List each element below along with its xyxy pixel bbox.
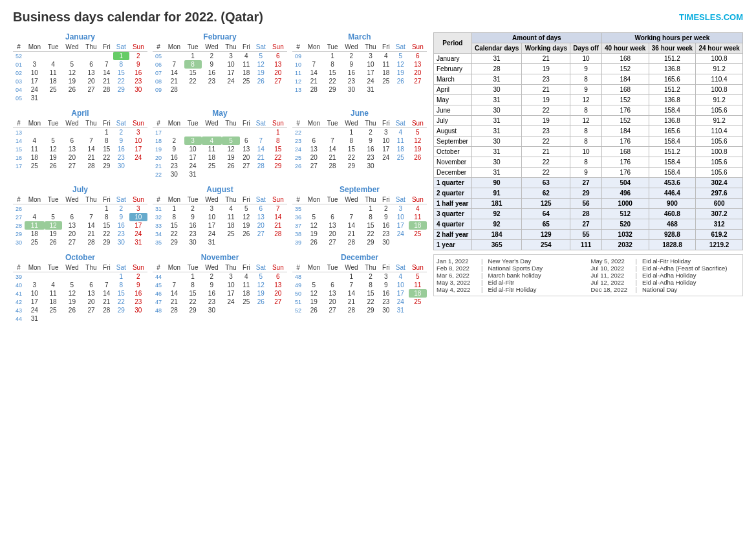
cal-day: 28 [269,230,287,238]
week-number: 52 [13,52,25,61]
stats-period-header: Period [434,33,472,54]
stats-24h: 24 hour week [696,43,743,54]
cal-day [222,306,240,314]
cal-day: 2 [202,272,222,281]
cal-day: 13 [324,289,341,298]
cal-day: 11 [222,213,240,221]
cal-header-tue: Tue [45,195,62,204]
month-table: #MonTueWedThuFriSatSun091234561078910111… [292,43,427,94]
cal-day [25,52,44,61]
cal-day: 20 [324,298,341,306]
cal-day: 4 [222,204,240,213]
stats-period-cell: December [434,168,472,178]
cal-day: 6 [324,213,341,221]
cal-header-wed: Wed [202,119,222,128]
cal-day: 23 [129,298,147,306]
cal-day: 17 [380,145,393,153]
stats-value-cell: 312 [696,219,743,230]
cal-day: 17 [129,221,147,230]
cal-day: 6 [62,213,83,221]
month-table: #MonTueWedThuFriSatSun441234564578910111… [153,263,287,314]
cal-day: 11 [202,145,222,153]
cal-day: 26 [222,162,240,170]
week-number: 38 [292,230,304,238]
cal-day [82,94,100,102]
cal-day: 3 [25,281,44,289]
cal-day: 20 [62,230,83,238]
cal-day: 9 [380,281,393,289]
cal-day: 29 [113,306,129,314]
cal-day: 3 [222,272,240,281]
cal-day [184,85,202,94]
stats-value-cell: 27 [570,219,602,230]
site-link[interactable]: TIMESLES.COM [679,12,743,22]
stats-value-cell: 496 [601,188,649,199]
cal-day [100,94,113,102]
week-number: 22 [292,128,304,137]
stats-value-cell: 152 [601,95,649,105]
stats-value-cell: 65 [522,219,570,230]
week-number: 07 [153,69,164,77]
cal-day: 5 [253,272,269,281]
cal-day: 4 [45,281,62,289]
stats-value-cell: 129 [522,230,570,240]
month-block-september: September#MonTueWedThuFriSatSun351234365… [292,185,427,246]
cal-day: 31 [362,85,380,94]
cal-day [113,94,129,102]
cal-day: 1 [269,128,287,137]
cal-day: 3 [184,136,202,145]
stats-value-cell: 165.6 [649,126,696,136]
cal-day: 2 [113,204,129,213]
cal-day: 29 [100,238,113,246]
cal-day [62,94,83,102]
holiday-date: May 3, 2022 [437,279,479,286]
cal-day: 13 [269,281,287,289]
stats-row: 3 quarter926428512460.8307.2 [434,209,743,219]
cal-day: 6 [240,136,253,145]
cal-day [100,52,113,61]
month-table: #MonTueWedThuFriSatSun391240345678941101… [13,263,147,323]
stats-value-cell: 56 [570,199,602,209]
week-number: 14 [13,136,25,145]
cal-day: 1 [100,204,113,213]
cal-day: 28 [341,306,362,314]
cal-day: 13 [62,145,83,153]
week-number: 31 [153,204,164,213]
cal-day: 18 [240,69,253,77]
cal-day: 19 [409,145,427,153]
cal-day: 14 [304,69,323,77]
cal-day: 13 [304,145,323,153]
stats-value-cell: 152 [601,116,649,126]
week-number: 32 [153,213,164,221]
cal-day: 18 [45,298,62,306]
cal-day [341,204,362,213]
cal-day: 14 [164,289,184,298]
cal-day: 22 [113,298,129,306]
week-number: 39 [292,238,304,246]
month-title: July [13,185,147,194]
cal-day: 29 [100,162,113,170]
cal-day: 25 [240,77,253,85]
week-number: 17 [153,128,164,137]
cal-day: 8 [113,60,129,69]
cal-day: 17 [222,69,240,77]
cal-day: 20 [324,230,341,238]
stats-period-cell: June [434,105,472,116]
cal-day: 6 [324,281,341,289]
cal-day [222,128,240,137]
cal-header-thu: Thu [222,195,240,204]
stats-value-cell: 600 [696,199,743,209]
cal-day: 26 [304,306,323,314]
cal-header-wed: Wed [202,43,222,52]
stats-value-cell: 105.6 [696,168,743,178]
stats-value-cell: 619.2 [696,230,743,240]
stats-row: 4 quarter926527520468312 [434,219,743,230]
stats-value-cell: 1000 [601,199,649,209]
cal-day [164,52,184,61]
cal-day: 16 [380,289,393,298]
cal-day: 29 [362,238,380,246]
cal-day: 28 [304,85,323,94]
stats-value-cell: 91.2 [696,116,743,126]
stats-working-days: Working days [522,43,570,54]
cal-header-mon: Mon [304,43,323,52]
